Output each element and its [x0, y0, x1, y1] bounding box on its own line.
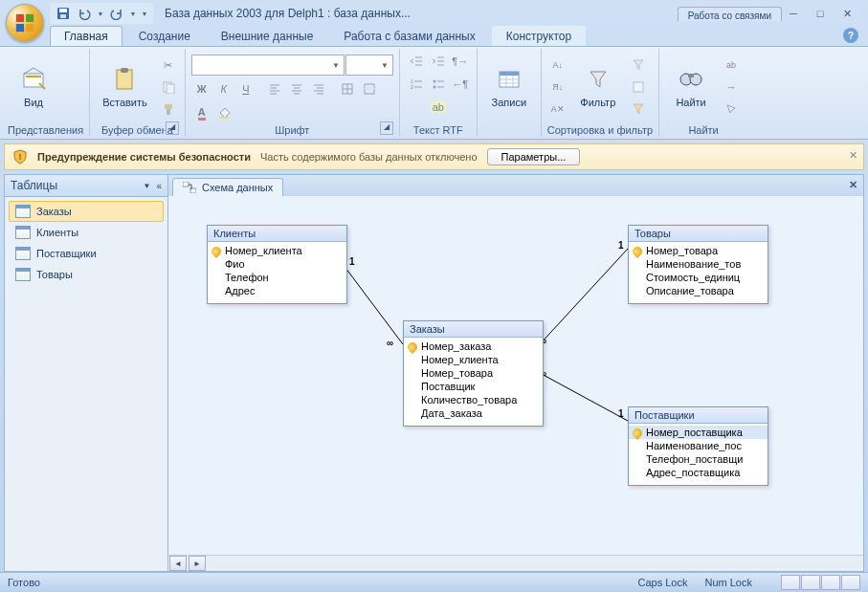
- font-color-button[interactable]: A: [191, 102, 212, 123]
- svg-rect-18: [219, 117, 229, 119]
- clear-sort-button[interactable]: А✕: [547, 99, 568, 120]
- field[interactable]: Номер_поставщика: [629, 426, 768, 439]
- redo-dropdown[interactable]: ▼: [128, 4, 138, 23]
- table-node-zakazy[interactable]: Заказы Номер_заказаНомер_клиентаНомер_то…: [403, 320, 544, 427]
- undo-dropdown[interactable]: ▼: [96, 4, 105, 23]
- rtl-button[interactable]: ←¶: [450, 74, 471, 95]
- sort-asc-button[interactable]: А↓: [547, 55, 568, 76]
- cut-button[interactable]: ✂: [158, 55, 179, 76]
- svg-point-21: [433, 80, 435, 83]
- maximize-button[interactable]: □: [809, 6, 832, 21]
- view-button[interactable]: Вид: [8, 61, 59, 113]
- align-center-button[interactable]: [286, 78, 307, 99]
- copy-button[interactable]: [158, 77, 179, 98]
- field[interactable]: Стоимость_единиц: [629, 271, 768, 284]
- underline-button[interactable]: Ч: [235, 78, 256, 99]
- italic-button[interactable]: К: [213, 78, 234, 99]
- tab-external-data[interactable]: Внешние данные: [207, 26, 328, 46]
- horizontal-scrollbar[interactable]: ◄ ►: [168, 555, 863, 571]
- tab-design[interactable]: Конструктор: [492, 26, 586, 46]
- office-button[interactable]: [6, 4, 44, 42]
- field[interactable]: Поставщик: [404, 380, 543, 393]
- font-launcher[interactable]: ◢: [380, 121, 393, 135]
- align-left-button[interactable]: [264, 78, 285, 99]
- field[interactable]: Адрес_поставщика: [629, 466, 768, 479]
- goto-button[interactable]: →: [721, 77, 742, 98]
- save-button[interactable]: [54, 4, 73, 23]
- nav-item-zakazy[interactable]: Заказы: [9, 201, 164, 222]
- view-shortcuts[interactable]: [781, 575, 860, 590]
- field[interactable]: Номер_клиента: [404, 353, 543, 366]
- sort-desc-button[interactable]: Я↓: [547, 77, 568, 98]
- security-options-button[interactable]: Параметры...: [487, 148, 581, 165]
- ltr-button[interactable]: ¶→: [450, 51, 471, 72]
- toggle-filter-button[interactable]: [628, 99, 649, 120]
- doc-tab-schema[interactable]: Схема данных: [172, 178, 283, 196]
- qat-customize[interactable]: ▼: [140, 4, 149, 23]
- field[interactable]: Телефон: [208, 271, 346, 284]
- tab-home[interactable]: Главная: [50, 26, 122, 46]
- table-node-tovary[interactable]: Товары Номер_товараНаименование_товСтоим…: [628, 225, 768, 304]
- view-icon: [20, 66, 47, 93]
- filter-button[interactable]: Фильтр: [572, 61, 624, 113]
- clipboard-launcher[interactable]: ◢: [166, 121, 179, 135]
- replace-button[interactable]: ab: [721, 55, 742, 76]
- scroll-left-button[interactable]: ◄: [169, 556, 187, 571]
- relationship-canvas[interactable]: 1 ∞ ∞ 1 ∞ 1 Клиенты Номер_клиентаФиоТеле…: [168, 196, 863, 555]
- close-button[interactable]: ✕: [835, 6, 858, 21]
- align-right-button[interactable]: [308, 78, 329, 99]
- select-button[interactable]: [721, 99, 742, 120]
- group-font: ▼ ▼ Ж К Ч A Шрифт◢: [186, 49, 400, 137]
- field[interactable]: Телефон_поставщи: [629, 452, 768, 466]
- font-size-combo[interactable]: ▼: [345, 55, 393, 76]
- relationship-icon: [183, 182, 196, 193]
- svg-rect-3: [26, 24, 33, 32]
- indent-button[interactable]: [428, 51, 449, 72]
- format-painter-button[interactable]: [158, 99, 179, 120]
- fill-color-button[interactable]: [213, 102, 234, 123]
- nav-item-postavshiki[interactable]: Поставщики: [9, 243, 164, 264]
- selection-filter-button[interactable]: [628, 55, 649, 76]
- ribbon-tabstrip: Главная Создание Внешние данные Работа с…: [0, 25, 868, 46]
- scroll-right-button[interactable]: ►: [189, 556, 206, 571]
- field[interactable]: Наименование_пос: [629, 439, 768, 452]
- field[interactable]: Номер_клиента: [208, 244, 346, 257]
- font-name-combo[interactable]: ▼: [191, 55, 345, 76]
- highlight-button[interactable]: ab: [428, 97, 449, 118]
- undo-button[interactable]: [75, 4, 94, 23]
- outdent-button[interactable]: [406, 51, 427, 72]
- table-node-postavshiki[interactable]: Поставщики Номер_поставщикаНаименование_…: [628, 406, 768, 486]
- field[interactable]: Номер_заказа: [404, 340, 543, 353]
- tab-database-tools[interactable]: Работа с базами данных: [329, 26, 489, 46]
- paste-button[interactable]: Вставить: [96, 61, 154, 113]
- field[interactable]: Номер_товара: [404, 366, 543, 380]
- table-node-klienty[interactable]: Клиенты Номер_клиентаФиоТелефонАдрес: [207, 225, 347, 304]
- minimize-button[interactable]: ─: [782, 6, 805, 21]
- records-button[interactable]: Записи: [483, 61, 535, 113]
- find-button[interactable]: Найти: [665, 61, 717, 113]
- alt-row-button[interactable]: [359, 78, 380, 99]
- security-close-button[interactable]: ✕: [849, 149, 857, 162]
- nav-item-klienty[interactable]: Клиенты: [9, 222, 164, 243]
- help-button[interactable]: ?: [843, 28, 858, 43]
- field[interactable]: Описание_товара: [629, 284, 768, 297]
- numbering-button[interactable]: 12: [406, 74, 427, 95]
- gridlines-button[interactable]: [337, 78, 358, 99]
- redo-button[interactable]: [107, 4, 126, 23]
- field[interactable]: Фио: [208, 257, 346, 271]
- field[interactable]: Адрес: [208, 284, 346, 297]
- field[interactable]: Номер_товара: [629, 244, 768, 257]
- doc-close-button[interactable]: ✕: [849, 179, 857, 191]
- bold-button[interactable]: Ж: [191, 78, 212, 99]
- nav-header[interactable]: Таблицы ▼ «: [5, 175, 167, 197]
- field[interactable]: Количество_товара: [404, 393, 543, 406]
- field[interactable]: Дата_заказа: [404, 406, 543, 420]
- table-icon: [15, 205, 31, 218]
- collapse-nav-button[interactable]: «: [156, 181, 162, 191]
- tab-create[interactable]: Создание: [124, 26, 205, 46]
- bullets-button[interactable]: [428, 74, 449, 95]
- nav-item-tovary[interactable]: Товары: [9, 264, 164, 285]
- group-views-label: Представления: [8, 123, 83, 137]
- field[interactable]: Наименование_тов: [629, 257, 768, 271]
- advanced-filter-button[interactable]: [628, 77, 649, 98]
